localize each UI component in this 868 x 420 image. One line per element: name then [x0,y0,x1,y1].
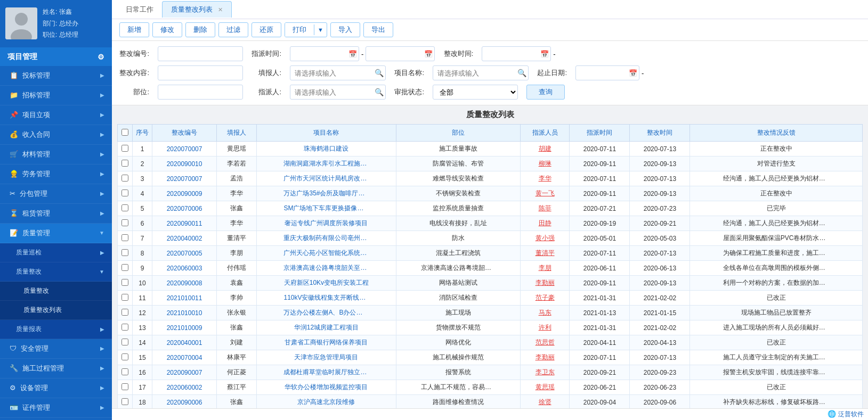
code-link[interactable]: 2020060003 [167,265,202,272]
row-assignee[interactable]: 徐贤 [520,395,570,409]
row-project[interactable]: 万达办公楼左侧A、B办公楼改... [256,306,396,320]
row-assignee[interactable]: 李朋 [520,261,570,276]
assignee-link[interactable]: 董清平 [536,249,555,257]
row-checkbox[interactable] [121,353,128,360]
row-checkbox[interactable] [121,234,128,241]
row-checkbox[interactable] [121,145,128,152]
calendar-icon[interactable]: 📅 [348,50,357,58]
assignee-search-icon[interactable]: 🔍 [375,88,384,96]
code-link[interactable]: 2020060002 [167,384,202,391]
row-project[interactable]: 华软办公楼增加视频监控项目 [256,380,396,395]
code-link[interactable]: 2021010010 [167,309,202,317]
code-link[interactable]: 2020090007 [167,369,202,376]
row-checkbox[interactable] [121,264,128,271]
sidebar-item-income[interactable]: 💰收入合同 ▶ [0,125,112,145]
project-input[interactable] [433,65,529,80]
export-button[interactable]: 导出 [363,22,393,37]
project-link[interactable]: 万达办公楼左侧A、B办公楼改... [283,309,369,316]
sidebar-item-quality-patrol[interactable]: 质量巡检 ▶ [0,243,112,262]
row-project[interactable]: 重庆大极制药有限公司亳州中... [256,231,396,246]
row-assignee[interactable]: 范子豪 [520,291,570,306]
project-link[interactable]: 甘肃省工商银行网络保养项目 [285,339,368,346]
row-code[interactable]: 2020070007 [152,142,217,157]
row-project[interactable]: 京沪高速北京段维修 [256,395,396,409]
code-link[interactable]: 2020040002 [167,235,202,242]
project-link[interactable]: 重庆大极制药有限公司亳州中... [283,234,369,242]
restore-button[interactable]: 还原 [252,22,281,37]
assignee-link[interactable]: 许利 [539,324,551,331]
assignee-link[interactable]: 范子豪 [536,294,555,301]
row-project[interactable]: 珠海鹤港口建设 [256,142,396,157]
project-link[interactable]: 华润12城房建工程项目 [294,324,359,331]
row-assignee[interactable]: 黄一飞 [520,186,570,201]
row-assignee[interactable]: 柳琳 [520,157,570,171]
project-link[interactable]: 广州市天河区统计局机房改造... [283,175,369,182]
code-link[interactable]: 2020090010 [167,160,202,168]
code-link[interactable]: 2020070004 [167,354,202,361]
assignee-link[interactable]: 徐贤 [539,398,551,406]
sidebar-item-bid[interactable]: 📁招标管理 ▶ [0,86,112,105]
row-assignee[interactable]: 马东 [520,306,570,320]
row-project[interactable]: 天津市应急管理局项目 [256,350,396,365]
sidebar-item-subcontract[interactable]: ✂分包管理 ▶ [0,184,112,204]
row-project[interactable]: 天府新区10Kv变电所安装工程 [256,276,396,291]
assignee-link[interactable]: 黄小强 [536,234,555,242]
row-project[interactable]: 广州市天河区统计局机房改造... [256,171,396,186]
project-link[interactable]: 天津市应急管理局项目 [294,353,358,361]
project-link[interactable]: 万达广场35#会所及咖啡厅空调... [283,190,369,197]
assignee-link[interactable]: 李勤丽 [536,279,555,286]
sidebar-item-rental[interactable]: ⌛租赁管理 ▶ [0,204,112,224]
row-code[interactable]: 2020090008 [152,276,217,291]
row-checkbox[interactable] [121,279,128,286]
assignee-link[interactable]: 田静 [539,219,551,227]
code-link[interactable]: 2020040001 [167,339,202,347]
row-project[interactable]: 成都杜甫草堂临时展厅独立展... [256,365,396,380]
row-code[interactable]: 2020040001 [152,335,217,350]
assignee-link[interactable]: 李朋 [539,264,551,271]
assignee-link[interactable]: 李勤丽 [536,353,555,361]
delete-button[interactable]: 删除 [185,22,215,37]
row-project[interactable]: 湖南洞庭湖水库引水工程施工标 [256,157,396,171]
row-assignee[interactable]: 范思哲 [520,335,570,350]
sidebar-item-equipment[interactable]: ⚙设备管理 ▶ [0,378,112,398]
row-project[interactable]: 奢运专线广州调度所装修项目 [256,216,396,231]
row-code[interactable]: 2020070006 [152,201,217,216]
tab-close-icon[interactable]: ✕ [218,6,223,13]
row-checkbox[interactable] [121,339,128,345]
row-code[interactable]: 2020090007 [152,365,217,380]
sidebar-item-quality-rectify-main[interactable]: 质量整改 [0,282,112,301]
row-code[interactable]: 2020090010 [152,157,217,171]
project-link[interactable]: 华软办公楼增加视频监控项目 [285,383,368,391]
row-assignee[interactable]: 黄思瑶 [520,380,570,395]
sidebar-item-quality-rectify-list[interactable]: 质量整改列表 [0,301,112,320]
calendar-icon-2[interactable]: 📅 [424,50,433,58]
row-code[interactable]: 2020090011 [152,216,217,231]
query-button[interactable]: 查询 [526,85,565,100]
row-checkbox[interactable] [121,294,128,301]
row-checkbox[interactable] [121,398,128,405]
print-dropdown-arrow[interactable]: ▼ [314,24,327,35]
row-project[interactable]: 京港澳高速公路粤境韶关至广... [256,261,396,276]
reporter-input[interactable] [290,65,386,80]
row-project[interactable]: 广州天心苑小区智能化系统工程 [256,246,396,261]
row-assignee[interactable]: 黄小强 [520,231,570,246]
sidebar-item-labor[interactable]: 👷劳务管理 ▶ [0,164,112,184]
project-link[interactable]: 广州天心苑小区智能化系统工程 [283,249,369,257]
row-checkbox[interactable] [121,219,128,226]
row-checkbox[interactable] [121,324,128,331]
project-link[interactable]: 珠海鹤港口建设 [304,145,348,152]
assignee-link[interactable]: 陈菲 [539,204,551,212]
row-checkbox[interactable] [121,175,128,182]
sidebar-item-construction[interactable]: 🔧施工过程管理 ▶ [0,359,112,378]
code-input[interactable] [158,46,243,61]
sidebar-item-certificate[interactable]: 🪪证件管理 ▶ [0,398,112,418]
row-code[interactable]: 2020070005 [152,246,217,261]
code-link[interactable]: 2020070006 [167,205,202,212]
sidebar-item-safety[interactable]: 🛡安全管理 ▶ [0,339,112,359]
row-checkbox[interactable] [121,383,128,390]
assignee-input[interactable] [290,85,386,100]
row-code[interactable]: 2020090009 [152,186,217,201]
tab-daily[interactable]: 日常工作 [117,2,162,18]
row-checkbox[interactable] [121,249,128,256]
sidebar-item-project-setup[interactable]: 📌项目立项 ▶ [0,105,112,125]
